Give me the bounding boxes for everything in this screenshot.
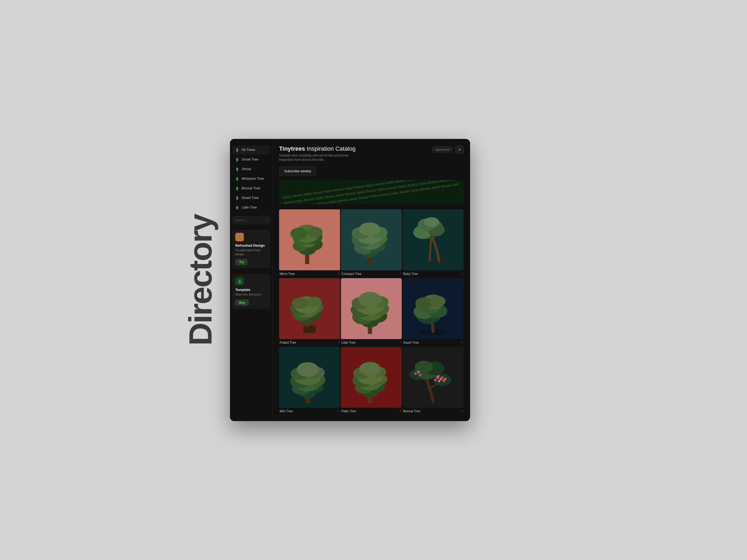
- mini-tree-arrow: ↗: [337, 409, 340, 413]
- dwarf-tree-image: [403, 278, 464, 339]
- little-tree-arrow: ↗: [399, 341, 401, 344]
- tree-card-baby[interactable]: Baby Tree ↗: [403, 209, 464, 277]
- tree-icon: [235, 205, 239, 210]
- compact-tree-label: Compact Tree: [341, 272, 361, 276]
- tree-icon: [235, 157, 239, 162]
- little-tree-image: [341, 278, 402, 339]
- template-card-buy-button[interactable]: Buy: [235, 299, 249, 306]
- marquee-text: Hello Remix Hello Remix Hello Remix Hell…: [283, 180, 460, 204]
- mini-tree-image: [279, 347, 340, 408]
- svg-point-98: [438, 380, 440, 382]
- tree-icon: [235, 176, 239, 181]
- template-card: 🌲 Template Make this site yours Buy: [232, 274, 270, 309]
- sidebar-item-bonsai-tree[interactable]: Bonsai Tree: [232, 184, 270, 193]
- svg-point-99: [434, 379, 437, 381]
- tree-icon: [235, 195, 239, 200]
- template-card-icon: 🌲: [235, 277, 244, 286]
- external-link-button[interactable]: ↗: [455, 145, 464, 154]
- bonsai-tree-label: Bonsai Tree: [403, 409, 420, 413]
- refreshed-card-try-button[interactable]: Try: [235, 259, 248, 265]
- tree-card-little[interactable]: Little Tree ↗: [341, 278, 402, 346]
- svg-point-24: [430, 259, 454, 264]
- baby-tree-label: Baby Tree: [403, 272, 418, 276]
- header-left: Tinytrees Inspiration Catalog Unleash yo…: [279, 145, 356, 162]
- tree-card-dwarf[interactable]: Dwarf Tree ↗: [403, 278, 464, 346]
- svg-point-64: [430, 296, 445, 306]
- mini-tree-label: Mini Tree: [280, 409, 293, 413]
- micro-tree-label: Micro Tree: [280, 272, 295, 276]
- page-wrapper: Directory All Trees Small Tree: [187, 139, 560, 421]
- sidebar-item-small-tree[interactable]: Small Tree: [232, 155, 270, 164]
- svg-point-41: [292, 298, 309, 309]
- sidebar-item-label: Miniature Tree: [242, 177, 264, 181]
- sidebar-item-all-trees[interactable]: All Trees: [232, 145, 270, 154]
- main-content: Tinytrees Inspiration Catalog Unleash yo…: [273, 139, 470, 421]
- micro-tree-image: [279, 209, 340, 270]
- refreshed-design-card: 🌿 Refreshed Design Try alternative feed …: [232, 230, 270, 269]
- refreshed-card-title: Refreshed Design: [235, 243, 267, 247]
- baby-tree-arrow: ↗: [461, 272, 463, 275]
- page-title: Tinytrees Inspiration Catalog: [279, 145, 356, 152]
- sidebar-item-label: Dwarf Tree: [242, 196, 259, 200]
- sidebar-search: ⌕: [232, 216, 270, 224]
- tree-card-mini[interactable]: Mini Tree ↗: [279, 347, 340, 415]
- sidebar-item-label: Small Tree: [242, 157, 258, 161]
- svg-point-10: [307, 227, 323, 238]
- baby-tree-image: [403, 209, 464, 270]
- tree-icon: [235, 148, 239, 152]
- svg-point-76: [297, 362, 318, 377]
- search-input[interactable]: [232, 216, 270, 224]
- sidebar-nav: All Trees Small Tree Shrub: [230, 145, 273, 212]
- tree-card-potted[interactable]: Potted Tree ↗: [279, 278, 340, 346]
- sidebar-item-miniature-tree[interactable]: Miniature Tree: [232, 174, 270, 183]
- tree-icon: [235, 186, 239, 191]
- sidebar-item-shrub[interactable]: Shrub: [232, 164, 270, 174]
- patio-tree-label: Patio Tree: [341, 409, 356, 413]
- svg-point-22: [359, 222, 380, 236]
- tree-card-compact[interactable]: Compact Tree ↗: [341, 209, 402, 277]
- sidebar-item-label: Little Tree: [242, 205, 257, 209]
- svg-point-30: [424, 217, 439, 227]
- sidebar: All Trees Small Tree Shrub: [230, 139, 273, 421]
- search-icon[interactable]: ⌕: [266, 218, 268, 222]
- svg-point-104: [417, 371, 420, 373]
- tree-card-patio[interactable]: Patio Tree ↗: [341, 347, 402, 415]
- refreshed-card-desc: Try alternative feed design.: [235, 248, 267, 257]
- compact-tree-arrow: ↗: [399, 272, 401, 275]
- app-window: All Trees Small Tree Shrub: [230, 139, 470, 421]
- bonsai-tree-image: [403, 347, 464, 408]
- brand-name: Tinytrees: [279, 145, 305, 152]
- svg-point-54: [358, 292, 382, 307]
- patio-tree-arrow: ↗: [399, 409, 401, 413]
- tree-card-bonsai[interactable]: Bonsai Tree ↗: [403, 347, 464, 415]
- tree-card-micro[interactable]: Micro Tree ↗: [279, 209, 340, 277]
- svg-point-42: [307, 297, 322, 307]
- svg-point-94: [415, 361, 433, 373]
- tree-grid: Micro Tree ↗: [279, 209, 464, 415]
- subscribe-button[interactable]: Subscribe weekly: [279, 166, 316, 176]
- potted-tree-label: Potted Tree: [280, 341, 296, 345]
- little-tree-label: Little Tree: [341, 341, 356, 345]
- page-subtitle: Unleash your creativity with out-of-this…: [279, 153, 349, 162]
- svg-point-105: [419, 374, 421, 376]
- directory-label: Directory: [187, 215, 214, 346]
- sidebar-item-label: All Trees: [242, 148, 255, 152]
- bonsai-tree-arrow: ↗: [461, 409, 463, 413]
- patio-tree-image: [341, 347, 402, 408]
- svg-point-63: [415, 297, 433, 309]
- header: Tinytrees Inspiration Catalog Unleash yo…: [279, 145, 464, 162]
- refreshed-card-icon: 🌿: [235, 233, 244, 241]
- micro-tree-arrow: ↗: [337, 272, 340, 275]
- svg-point-102: [444, 378, 446, 380]
- title-rest: Inspiration Catalog: [305, 145, 356, 152]
- sidebar-item-little-tree[interactable]: Little Tree: [232, 203, 270, 212]
- dwarf-tree-arrow: ↗: [461, 341, 463, 344]
- svg-point-9: [290, 228, 307, 240]
- sidebar-item-dwarf-tree[interactable]: Dwarf Tree: [232, 193, 270, 203]
- dwarf-tree-label: Dwarf Tree: [403, 341, 419, 345]
- svg-point-101: [438, 375, 440, 377]
- template-card-title: Template: [235, 288, 267, 292]
- header-right: Sponsored ↗: [433, 145, 464, 154]
- tree-icon: [235, 167, 239, 171]
- marquee-banner: Hello Remix Hello Remix Hello Remix Hell…: [279, 180, 464, 204]
